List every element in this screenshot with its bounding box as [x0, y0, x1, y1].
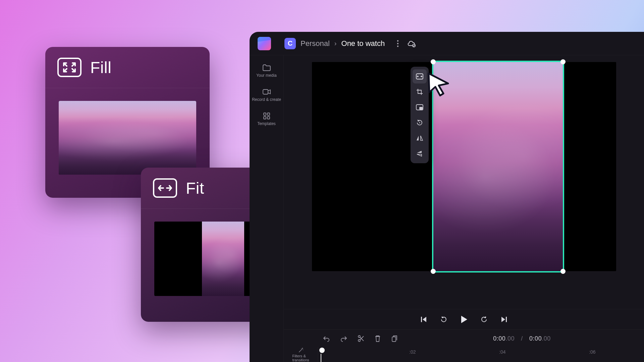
kebab-menu-button[interactable] [397, 40, 399, 47]
ruler-tick: :06 [589, 349, 595, 355]
editor-window: C Personal › One to watch Your media [250, 32, 644, 362]
flip-h-tool-button[interactable] [413, 131, 427, 145]
crop-icon [416, 88, 423, 96]
sidebar: Your media Record & create Templates [250, 55, 284, 362]
fill-preview [59, 101, 196, 175]
playback-controls [284, 309, 644, 329]
expand-icon [57, 58, 82, 77]
fill-option-label: Fill [90, 58, 111, 77]
svg-rect-11 [420, 107, 422, 109]
cloud-sync-icon[interactable] [407, 40, 416, 47]
breadcrumb: C Personal › One to watch [284, 38, 385, 49]
app-logo[interactable] [258, 37, 271, 50]
play-button[interactable] [460, 315, 468, 324]
sidebar-item-label: Record & create [252, 98, 281, 102]
timeline-ruler[interactable]: :02 :04 :06 [318, 347, 644, 362]
play-icon [460, 315, 468, 324]
duplicate-button[interactable] [391, 335, 398, 342]
svg-rect-4 [263, 89, 268, 94]
forward-button[interactable] [480, 315, 488, 324]
playhead[interactable] [321, 347, 321, 362]
svg-rect-8 [267, 117, 270, 119]
rotate-tool-button[interactable] [413, 116, 427, 130]
sidebar-item-label: Your media [256, 73, 276, 78]
svg-rect-5 [264, 113, 266, 115]
svg-point-12 [419, 122, 420, 123]
sidebar-item-filters-transitions[interactable]: Filters & transitions [284, 347, 318, 362]
svg-point-0 [397, 40, 398, 41]
copy-icon [391, 335, 398, 342]
selection-toolbar [411, 67, 429, 163]
resize-handle-tl[interactable] [431, 59, 436, 64]
sidebar-item-templates[interactable]: Templates [250, 109, 283, 130]
redo-icon [340, 335, 347, 342]
sidebar-item-label: Filters & transitions [292, 354, 309, 362]
rewind-icon [440, 315, 448, 323]
svg-rect-13 [421, 317, 422, 322]
resize-handle-bl[interactable] [431, 269, 436, 274]
scissors-icon [358, 335, 364, 342]
fit-width-icon [153, 178, 177, 198]
ruler-tick: :04 [499, 349, 505, 355]
skip-forward-icon [500, 316, 508, 323]
flip-v-icon [416, 150, 423, 157]
workspace-badge[interactable]: C [284, 38, 296, 49]
rotate-icon [416, 119, 423, 126]
svg-rect-14 [506, 317, 507, 322]
redo-button[interactable] [340, 335, 347, 342]
fit-tool-button[interactable] [413, 69, 427, 83]
wand-icon [297, 347, 305, 353]
flip-v-tool-button[interactable] [413, 146, 427, 161]
crop-tool-button[interactable] [413, 85, 427, 99]
flip-h-icon [416, 135, 423, 141]
split-button[interactable] [358, 335, 364, 342]
pip-icon [416, 104, 424, 111]
canvas-stage[interactable] [284, 55, 644, 309]
sidebar-item-your-media[interactable]: Your media [250, 61, 283, 81]
selected-clip[interactable] [432, 61, 564, 273]
pip-tool-button[interactable] [413, 100, 427, 114]
project-name[interactable]: One to watch [341, 39, 385, 48]
timeline-toolbar: 0:00.00 / 0:00.00 [284, 329, 644, 347]
rewind-button[interactable] [439, 315, 448, 324]
undo-button[interactable] [323, 335, 330, 342]
folder-icon [262, 64, 271, 71]
svg-rect-17 [392, 337, 396, 342]
timeline-ruler-row: Filters & transitions :02 :04 :06 [284, 347, 644, 362]
svg-rect-7 [264, 117, 266, 119]
workspace-name[interactable]: Personal [301, 39, 330, 48]
forward-icon [480, 315, 488, 323]
time-readout: 0:00.00 / 0:00.00 [493, 335, 550, 342]
fit-option-label: Fit [186, 179, 204, 197]
resize-handle-br[interactable] [560, 269, 566, 274]
templates-icon [262, 112, 271, 120]
resize-handle-tr[interactable] [560, 59, 566, 64]
ruler-tick: :02 [409, 349, 416, 355]
topbar: C Personal › One to watch [250, 32, 644, 55]
prev-frame-button[interactable] [419, 315, 428, 324]
undo-icon [323, 335, 330, 342]
svg-point-1 [397, 43, 398, 44]
next-frame-button[interactable] [500, 315, 508, 324]
delete-button[interactable] [374, 335, 381, 342]
chevron-right-icon: › [334, 40, 337, 47]
sidebar-item-label: Templates [257, 122, 276, 126]
video-canvas[interactable] [312, 62, 616, 271]
svg-point-2 [397, 45, 398, 47]
camera-icon [262, 88, 271, 96]
sidebar-item-record-create[interactable]: Record & create [250, 85, 283, 106]
fit-width-icon [416, 73, 424, 80]
trash-icon [374, 335, 381, 342]
skip-back-icon [420, 316, 427, 323]
svg-rect-6 [267, 113, 270, 115]
